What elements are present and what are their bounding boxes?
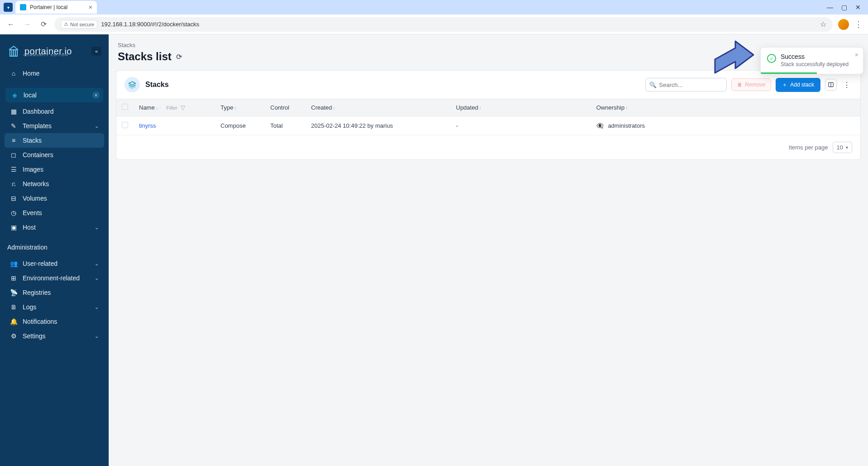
sidebar-item-label: Events (23, 209, 42, 216)
sidebar-env-label: local (24, 91, 37, 99)
brand-edition: COMMUNITY EDITION (24, 53, 68, 57)
sidebar-item-images[interactable]: ☰ Images (5, 162, 104, 177)
sidebar-item-volumes[interactable]: ⊟ Volumes (5, 191, 104, 206)
warning-icon: ⚠ (64, 21, 68, 27)
security-badge[interactable]: ⚠ Not secure (61, 20, 97, 29)
search-input[interactable] (659, 82, 735, 88)
cell-created: 2025-02-24 10:49:22 by marius (306, 116, 451, 135)
main-content: Stacks Stacks list ⟳ Stacks 🔍 × 🗑 (109, 34, 868, 466)
profile-avatar[interactable] (838, 19, 849, 30)
add-stack-button[interactable]: ＋ Add stack (776, 78, 820, 92)
browser-kebab-icon[interactable]: ⋮ (854, 19, 863, 29)
sidebar-item-env-related[interactable]: ⊞ Environment-related ⌄ (5, 271, 104, 285)
add-stack-label: Add stack (790, 82, 814, 88)
sort-icon: ↕ (479, 106, 481, 110)
col-created[interactable]: Created↕ (306, 99, 451, 116)
search-input-wrapper[interactable]: 🔍 × (645, 78, 727, 91)
sidebar-item-settings[interactable]: ⚙ Settings ⌄ (5, 329, 104, 343)
columns-toggle-button[interactable] (825, 79, 837, 91)
panel-kebab-icon[interactable]: ⋮ (841, 81, 852, 89)
col-name-label: Name (139, 104, 155, 111)
items-per-page-select[interactable]: 10 ▾ (833, 142, 852, 153)
col-type[interactable]: Type↕ (215, 99, 265, 116)
filter-icon[interactable]: ▽ (181, 104, 185, 111)
panel-actions: 🔍 × 🗑 Remove ＋ Add stack (645, 78, 852, 92)
chevron-down-icon: ⌄ (95, 261, 99, 267)
plus-icon: ＋ (782, 81, 787, 89)
filter-label[interactable]: Filter (166, 105, 177, 110)
col-updated[interactable]: Updated↕ (451, 99, 591, 116)
url-bar[interactable]: ⚠ Not secure 192.168.1.18:9000/#!/2/dock… (54, 17, 833, 32)
items-per-page-label: Items per page (789, 144, 828, 151)
env-icon: ⊞ (10, 274, 17, 282)
sidebar-item-label: Dashboard (23, 108, 54, 115)
nav-forward-icon[interactable]: → (22, 19, 33, 30)
sidebar-item-label: Host (23, 224, 36, 231)
browser-toolbar: ← → ⟳ ⚠ Not secure 192.168.1.18:9000/#!/… (0, 14, 868, 34)
sidebar-item-home[interactable]: ⌂ Home (5, 66, 104, 81)
window-controls: ― ▢ ✕ (827, 4, 864, 11)
sidebar-item-label: Networks (23, 180, 49, 187)
browser-menu-button[interactable]: ▾ (4, 3, 13, 12)
col-ownership[interactable]: Ownership↕ (591, 99, 860, 116)
stack-name-link[interactable]: tinyrss (139, 122, 156, 129)
select-all-checkbox[interactable] (122, 104, 128, 110)
sidebar-item-containers[interactable]: ◻ Containers (5, 148, 104, 162)
col-type-label: Type (221, 104, 233, 111)
chevron-down-icon: ⌄ (95, 304, 99, 310)
nav-back-icon[interactable]: ← (5, 19, 16, 30)
toast-close-icon[interactable]: × (855, 51, 858, 58)
sidebar-item-templates[interactable]: ✎ Templates ⌄ (5, 119, 104, 133)
dashboard-icon: ▦ (10, 108, 17, 115)
sidebar-item-events[interactable]: ◷ Events (5, 206, 104, 220)
tab-close-icon[interactable]: × (89, 4, 92, 11)
nav-reload-icon[interactable]: ⟳ (38, 19, 49, 30)
gear-icon: ⚙ (10, 332, 17, 340)
security-label: Not secure (70, 22, 94, 27)
remove-button[interactable]: 🗑 Remove (731, 78, 772, 91)
sidebar-collapse-button[interactable]: « (91, 47, 101, 56)
sidebar-item-label: Notifications (23, 318, 57, 325)
env-close-icon[interactable]: × (92, 91, 100, 99)
browser-tab-strip: ▾ Portainer | local × ― ▢ ✕ (0, 0, 868, 14)
window-minimize-icon[interactable]: ― (827, 4, 833, 11)
sidebar-item-registries[interactable]: 📡 Registries (5, 285, 104, 300)
items-per-page-value: 10 (837, 144, 843, 151)
sidebar-item-networks[interactable]: ⎌ Networks (5, 177, 104, 191)
browser-tab[interactable]: Portainer | local × (15, 1, 97, 14)
sidebar-environment[interactable]: ◈ local × (5, 88, 103, 102)
sidebar-item-dashboard[interactable]: ▦ Dashboard (5, 104, 104, 119)
sidebar-item-label: Logs (23, 303, 36, 311)
users-icon: 👥 (10, 260, 17, 267)
refresh-icon[interactable]: ⟳ (176, 53, 182, 61)
chevron-down-icon: ⌄ (95, 333, 99, 339)
sidebar-section-admin: Administration (0, 237, 109, 254)
window-maximize-icon[interactable]: ▢ (841, 4, 847, 11)
volumes-icon: ⊟ (10, 195, 17, 202)
visibility-off-icon: 👁‍🗨 (596, 122, 604, 129)
stacks-table: Name↓↑ Filter ▽ Type↕ Control Created↕ U… (116, 99, 860, 135)
sidebar-item-label: Home (23, 70, 39, 77)
chevron-down-icon: ⌄ (95, 275, 99, 281)
search-icon: 🔍 (649, 82, 657, 88)
app-root: portainer.io COMMUNITY EDITION « ⌂ Home … (0, 34, 868, 466)
home-icon: ⌂ (10, 70, 17, 77)
bookmark-star-icon[interactable]: ☆ (820, 20, 826, 29)
col-updated-label: Updated (456, 104, 478, 111)
tab-title: Portainer | local (30, 4, 85, 10)
portainer-logo-icon (7, 43, 20, 59)
sidebar-item-logs[interactable]: 🗎 Logs ⌄ (5, 300, 104, 314)
sidebar-item-user-related[interactable]: 👥 User-related ⌄ (5, 256, 104, 271)
sidebar-item-host[interactable]: ▣ Host ⌄ (5, 220, 104, 235)
networks-icon: ⎌ (10, 180, 17, 187)
sidebar-item-notifications[interactable]: 🔔 Notifications (5, 314, 104, 329)
row-checkbox[interactable] (122, 122, 128, 128)
stacks-icon: ≡ (10, 137, 17, 144)
sidebar-item-stacks[interactable]: ≡ Stacks (5, 133, 104, 148)
chevron-down-icon: ⌄ (95, 225, 99, 231)
sort-icon: ↕ (333, 106, 335, 110)
stacks-panel: Stacks 🔍 × 🗑 Remove ＋ Add stack (116, 70, 861, 160)
col-name[interactable]: Name↓↑ Filter ▽ (134, 99, 215, 116)
window-close-icon[interactable]: ✕ (855, 4, 861, 11)
docker-icon: ◈ (11, 91, 18, 99)
